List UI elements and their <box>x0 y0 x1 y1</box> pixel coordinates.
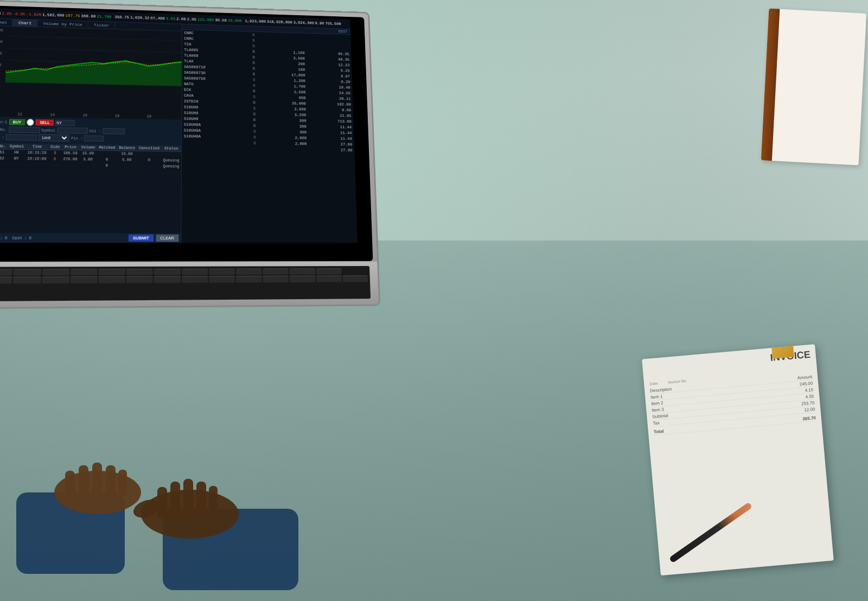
tab-chart[interactable]: Chart <box>13 19 38 27</box>
tab-news[interactable]: News <box>0 18 13 26</box>
key <box>99 269 126 275</box>
key <box>42 269 69 275</box>
left-panel: News Chart Volume by Price Ticker 70.00 … <box>0 18 182 243</box>
key <box>290 268 315 275</box>
pin-input[interactable] <box>85 135 104 141</box>
key <box>316 268 342 275</box>
right-panel: EDIT CNRC S <box>181 24 358 243</box>
ticker-total: 1,923,000 318,920,000 3,624,300 9.90 755… <box>245 19 341 26</box>
key <box>71 269 98 275</box>
keyboard <box>0 266 371 301</box>
key <box>209 276 235 282</box>
clipboard: INVOICE Date: Invoice No: Description Am… <box>642 344 834 575</box>
order-book-table: CNRC S CNRC S <box>182 30 355 153</box>
edit-button[interactable]: EDIT <box>339 29 348 34</box>
sell-button[interactable]: SELL <box>36 119 54 125</box>
order-type-select[interactable]: Limit Market <box>39 134 69 142</box>
key <box>14 269 41 276</box>
key <box>263 268 289 275</box>
key <box>154 269 181 275</box>
buy-button[interactable]: BUY <box>9 119 25 125</box>
order-entry: Olt No:1 BUY SELL OrderNo. Symbol <box>0 116 181 145</box>
key <box>236 276 262 282</box>
key <box>182 276 208 283</box>
tab-ticker[interactable]: Ticker <box>88 21 116 29</box>
order-no-input[interactable] <box>9 126 40 133</box>
key <box>0 269 12 276</box>
submit-button[interactable]: SUBMIT <box>129 235 154 242</box>
trading-screen: ADO 2.05 -0.05 -1.92% 1,502,000 167.75 3… <box>0 8 358 243</box>
ticker-ado: ADO 2.05 -0.05 -1.92% 1,502,000 167.75 3… <box>0 11 111 18</box>
key <box>70 276 97 283</box>
page-wrapper: ADO 2.05 -0.05 -1.92% 1,502,000 167.75 3… <box>0 0 868 601</box>
key <box>236 269 262 275</box>
exchange-input[interactable] <box>55 120 75 126</box>
key <box>42 276 69 283</box>
key <box>126 276 153 283</box>
key <box>126 269 153 275</box>
key <box>0 277 12 283</box>
key <box>209 269 235 275</box>
key <box>316 276 342 282</box>
key <box>98 276 125 283</box>
svg-marker-4 <box>5 58 182 86</box>
main-area: News Chart Volume by Price Ticker 70.00 … <box>0 18 358 243</box>
svg-line-0 <box>7 36 181 41</box>
key <box>342 276 368 282</box>
laptop-lid: ADO 2.05 -0.05 -1.92% 1,502,000 167.75 3… <box>0 0 379 268</box>
chart-area: 70.00 68.00 66.00 64.00 <box>0 26 182 115</box>
symbol-input[interactable] <box>57 128 88 134</box>
clear-button[interactable]: CLEAR <box>156 235 178 242</box>
ticker-mid: 358.75 1,020.32 67,400 3.84 2.00 2.05 11… <box>114 15 242 23</box>
key <box>290 276 315 282</box>
key <box>13 277 41 283</box>
svg-line-1 <box>7 48 181 53</box>
price-input[interactable] <box>6 134 37 141</box>
orders-table: OrderNo. Symbol Time Side Price Volume M… <box>0 143 181 170</box>
laptop-base <box>0 262 380 309</box>
chart-svg <box>0 26 182 93</box>
order-book: CNRC S CNRC S <box>181 30 358 243</box>
notebook <box>761 8 866 165</box>
vol-input[interactable] <box>103 128 125 135</box>
laptop: ADO 2.05 -0.05 -1.92% 1,502,000 167.75 3… <box>0 0 444 321</box>
action-bar: Credit : 0 Cash : 0 SUBMIT CLEAR <box>0 233 181 243</box>
sell-radio[interactable] <box>27 119 34 126</box>
key <box>154 276 181 283</box>
orders-section: OrderNo. Symbol Time Side Price Volume M… <box>0 143 181 233</box>
order-row-3: Price : Limit Market Pin : <box>0 134 179 143</box>
action-buttons: SUBMIT CLEAR <box>129 235 178 242</box>
key <box>263 276 289 282</box>
key <box>182 269 208 275</box>
screen-bezel: ADO 2.05 -0.05 -1.92% 1,502,000 167.75 3… <box>0 5 373 262</box>
